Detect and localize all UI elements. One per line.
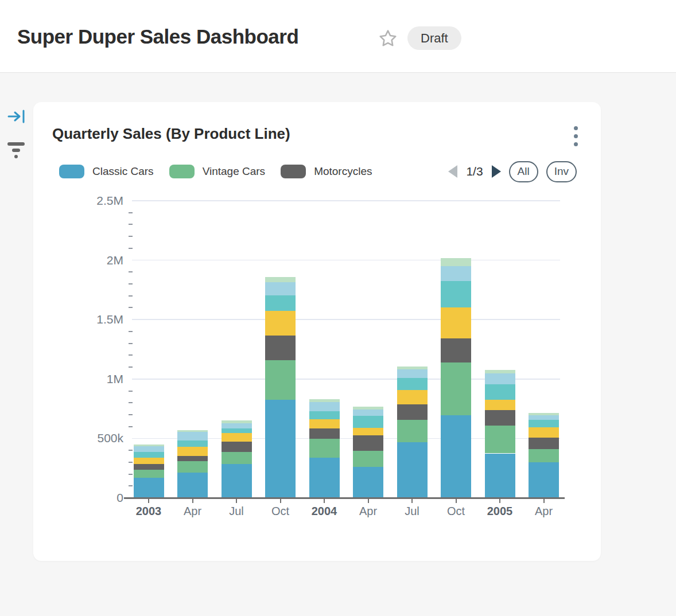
bar-segment[interactable] [441,415,471,498]
bar-segment[interactable] [397,390,428,404]
bar-segment[interactable] [309,419,340,429]
y-axis-minor-tick [129,343,133,344]
bar-segment[interactable] [485,373,515,384]
bar-segment[interactable] [397,404,428,420]
bar-segment[interactable] [134,470,164,478]
y-axis-minor-tick [129,485,133,486]
bar-segment[interactable] [441,281,471,307]
bar-segment[interactable] [441,362,471,415]
y-axis-minor-tick [129,331,133,332]
bar-segment[interactable] [309,399,340,402]
bar-segment[interactable] [265,336,296,360]
bar-segment[interactable] [265,360,296,400]
bar-segment[interactable] [265,295,296,311]
y-axis-tick-label: 0 [56,491,123,505]
bar-segment[interactable] [441,258,471,266]
bar-segment[interactable] [353,407,383,410]
y-axis-tick-label: 1.5M [56,313,123,326]
page-header: Super Duper Sales Dashboard Draft [0,0,676,73]
status-badge-label: Draft [421,31,448,46]
bar-segment[interactable] [485,384,515,400]
bar-segment[interactable] [485,410,515,426]
bar-segment[interactable] [397,367,428,370]
bar-segment[interactable] [177,430,208,432]
bar-segment[interactable] [397,442,428,498]
bar-segment[interactable] [222,423,252,428]
bar-segment[interactable] [309,428,340,439]
bar-segment[interactable] [309,439,340,458]
collapse-panel-icon[interactable] [7,108,27,124]
bar-segment[interactable] [441,307,471,338]
bar-segment[interactable] [222,428,252,433]
bar-segment[interactable] [529,420,559,427]
bar-segment[interactable] [177,456,208,461]
x-axis-tick-label: Oct [257,505,305,518]
x-axis-tick-label: 2003 [125,505,173,518]
bar-segment[interactable] [529,415,559,420]
bar-segment[interactable] [529,427,559,438]
bar-segment[interactable] [353,416,383,428]
y-axis-minor-tick [129,271,133,272]
bar-segment[interactable] [177,473,208,498]
bar-segment[interactable] [441,266,471,282]
y-axis-minor-tick [129,462,133,463]
bar-segment[interactable] [134,452,164,457]
gridline [132,260,560,261]
bar-segment[interactable] [485,400,515,410]
bar-segment[interactable] [222,452,252,464]
stacked-bar-chart: 0500k1M1.5M2M2.5M2003AprJulOct2004AprJul… [33,102,601,561]
bar-segment[interactable] [529,438,559,449]
bar-segment[interactable] [134,464,164,470]
bar-segment[interactable] [485,454,515,498]
bar-segment[interactable] [529,413,559,416]
bar-segment[interactable] [441,338,471,362]
bar-segment[interactable] [134,458,164,464]
y-axis-minor-tick [129,248,133,249]
bar-segment[interactable] [222,464,252,498]
bar-segment[interactable] [309,458,340,498]
bar-segment[interactable] [222,433,252,442]
y-axis-minor-tick [129,212,133,213]
bar-segment[interactable] [222,442,252,451]
bar-segment[interactable] [177,447,208,456]
bar-segment[interactable] [529,449,559,462]
star-icon[interactable] [378,29,398,48]
bar-segment[interactable] [265,282,296,295]
x-axis-tick-label: Jul [388,505,436,518]
bar-segment[interactable] [529,462,559,498]
y-axis-tick-label: 1M [56,372,123,386]
y-axis-minor-tick [129,295,133,297]
chart-card: Quarterly Sales (By Product Line) Classi… [33,102,601,561]
bar-segment[interactable] [309,411,340,419]
bar-segment[interactable] [397,378,428,391]
bar-segment[interactable] [177,432,208,440]
status-badge: Draft [407,26,461,50]
filter-icon[interactable] [7,141,25,159]
bar-segment[interactable] [485,370,515,373]
bar-segment[interactable] [397,420,428,442]
y-axis-minor-tick [129,236,133,237]
bar-segment[interactable] [134,445,164,446]
bar-segment[interactable] [222,420,252,423]
bar-segment[interactable] [353,435,383,451]
bar-segment[interactable] [485,426,515,454]
bar-segment[interactable] [353,410,383,416]
bar-segment[interactable] [134,446,164,452]
x-axis-tick-label: Apr [169,505,217,518]
bar-segment[interactable] [134,478,164,498]
bar-segment[interactable] [309,402,340,412]
bar-segment[interactable] [177,440,208,447]
bar-segment[interactable] [265,277,296,282]
bar-segment[interactable] [353,451,383,466]
y-axis-minor-tick [129,450,133,451]
bar-segment[interactable] [265,311,296,336]
bar-segment[interactable] [177,461,208,473]
bar-segment[interactable] [353,428,383,435]
y-axis-minor-tick [129,474,133,475]
bar-segment[interactable] [353,467,383,498]
bar-segment[interactable] [265,400,296,498]
page-title: Super Duper Sales Dashboard [17,25,298,48]
y-axis-minor-tick [129,402,133,403]
bar-segment[interactable] [397,369,428,377]
y-axis-tick-label: 2M [56,254,123,267]
